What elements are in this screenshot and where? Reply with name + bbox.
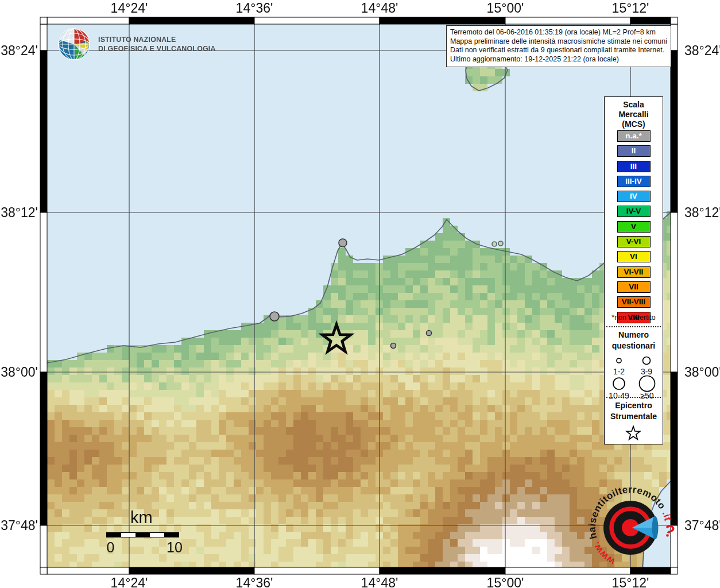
axis-label-top: 14°24' — [103, 1, 155, 16]
ingv-name-line2: DI GEOFISICA E VULCANOLOGIA — [98, 44, 216, 54]
axis-label-right: 38°24' — [684, 43, 720, 58]
questionnaire-size-label: 10-49 — [609, 391, 629, 400]
map-frame-segment — [47, 17, 129, 24]
mcs-chip-III: III — [617, 161, 651, 172]
questionnaire-size-label: ≥50 — [640, 391, 653, 400]
axis-label-left: 37°48' — [0, 518, 38, 533]
legend-title-line1: Scala — [605, 100, 663, 110]
axis-label-bottom: 14°36' — [229, 575, 280, 588]
map-frame-segment — [40, 24, 47, 51]
axis-label-top: 14°48' — [354, 1, 405, 16]
scale-unit-label: km — [130, 508, 153, 527]
logo-question-mark: ? — [661, 520, 678, 541]
mcs-chip-V-VI: V-VI — [617, 236, 651, 247]
info-line-map-type: Mappa preliminare delle intensità macros… — [450, 37, 667, 47]
ingv-globe-icon — [57, 26, 91, 62]
scale-segment — [121, 533, 136, 537]
map-frame-segment — [40, 567, 47, 574]
scale-start-label: 0 — [103, 539, 118, 556]
map-frame-segment — [630, 17, 671, 24]
mcs-chip-list: n.a.*IIIIIIII-IVIVIV-VVV-VIVIVI-VIIVIIVI… — [605, 130, 663, 323]
axis-label-top: 14°36' — [229, 1, 280, 16]
axis-label-right: 37°48' — [684, 518, 720, 533]
questionnaire-size-label: 3-9 — [641, 367, 652, 376]
map-frame-segment — [40, 525, 47, 567]
questionnaire-size-circle — [613, 378, 625, 389]
map-frame-segment — [129, 17, 254, 24]
map-frame-segment — [671, 17, 678, 24]
map-frame-segment — [129, 567, 254, 574]
legend-title: Scala Mercalli (MCS) — [605, 100, 663, 129]
earthquake-info-box: Terremoto del 06-06-2016 01:35:19 (ora l… — [446, 25, 671, 67]
map-frame-segment — [40, 17, 47, 24]
map-frame-segment — [40, 372, 47, 525]
terrain-map — [47, 24, 671, 567]
haisentitoilterremoto-logo: ? www. haisentitoilterremoto .it — [582, 481, 679, 574]
map-frame-segment — [254, 17, 380, 24]
epicenter-star-key — [605, 423, 663, 443]
axis-label-bottom: 14°24' — [103, 575, 155, 588]
map-frame-segment — [47, 567, 129, 574]
intensity-map-page: ISTITUTO NAZIONALE DI GEOFISICA E VULCAN… — [0, 0, 720, 588]
legend-title-line3: (MCS) — [605, 119, 663, 129]
map-frame-segment — [380, 17, 505, 24]
map-frame-segment — [40, 212, 47, 372]
legend-divider-2 — [606, 397, 661, 398]
ingv-name: ISTITUTO NAZIONALE DI GEOFISICA E VULCAN… — [98, 35, 216, 54]
questionnaire-title-line1: Numero — [605, 330, 663, 341]
map-frame-segment — [254, 567, 380, 574]
mcs-chip-III-IV: III-IV — [617, 176, 651, 187]
legend-title-line2: Mercalli — [605, 110, 663, 119]
map-frame-segment — [505, 17, 630, 24]
questionnaire-size-circle — [640, 376, 655, 392]
scale-segment — [107, 533, 121, 537]
mcs-chip-VI: VI — [617, 251, 651, 262]
info-line-data-source: Dati non verificati estratti da 9 questi… — [450, 46, 667, 55]
scale-segment — [164, 533, 179, 537]
mcs-chip-II: II — [617, 145, 651, 157]
scale-segment — [136, 533, 150, 537]
axis-label-right: 38°00' — [684, 365, 720, 380]
axis-label-bottom: 15°00' — [479, 575, 531, 588]
questionnaire-size-label: 1-2 — [613, 367, 625, 376]
axis-label-bottom: 14°48' — [354, 575, 405, 588]
epicenter-section-title: Epicentro Strumentale — [605, 400, 663, 422]
legend-divider-1 — [606, 326, 661, 327]
mcs-chip-V: V — [617, 221, 651, 233]
epicenter-title-line2: Strumentale — [605, 411, 663, 422]
mcs-chip-IV: IV — [617, 191, 651, 202]
scale-segment — [150, 533, 164, 537]
scale-end-label: 10 — [165, 539, 184, 556]
logo-megaphone-cap — [652, 516, 659, 539]
legend-panel: Scala Mercalli (MCS) n.a.*IIIIIIII-IVIVI… — [604, 96, 663, 444]
questionnaire-title-line2: questionari — [605, 341, 663, 351]
questionnaire-size-key: 1-23-910-49≥50 — [605, 353, 663, 401]
axis-label-left: 38°24' — [0, 43, 38, 58]
mcs-chip-VII: VII — [617, 281, 651, 293]
epicenter-star-icon — [626, 427, 640, 440]
map-frame-segment — [40, 51, 47, 212]
questionnaire-size-circle — [617, 358, 621, 363]
logo-url-tld: .it — [660, 509, 673, 522]
ingv-name-line1: ISTITUTO NAZIONALE — [98, 35, 216, 45]
questionnaire-size-circle — [643, 357, 651, 365]
info-line-event: Terremoto del 06-06-2016 01:35:19 (ora l… — [450, 28, 667, 37]
scale-bar-segments — [106, 532, 179, 537]
map-frame-segment — [380, 567, 505, 574]
map-scale-bar: km 0 10 — [103, 508, 184, 560]
ingv-logo: ISTITUTO NAZIONALE DI GEOFISICA E VULCAN… — [57, 26, 226, 62]
axis-label-right: 38°12' — [684, 205, 720, 220]
info-line-updated: Ultimo aggiornamento: 19-12-2025 21:22 (… — [450, 55, 667, 64]
axis-label-top: 15°00' — [479, 1, 531, 16]
legend-footnote: *non avvertito — [605, 314, 663, 322]
axis-label-left: 38°00' — [0, 365, 38, 380]
axis-label-top: 15°12' — [605, 1, 656, 16]
mcs-chip-n.a.*: n.a.* — [617, 130, 651, 142]
map-frame-segment — [671, 212, 678, 372]
map-frame-segment — [671, 51, 678, 212]
mcs-chip-VII-VIII: VII-VIII — [617, 296, 651, 308]
epicenter-title-line1: Epicentro — [605, 400, 663, 411]
map-frame-segment — [671, 24, 678, 51]
axis-label-bottom: 15°12' — [605, 575, 656, 588]
questionnaire-section-title: Numero questionari — [605, 330, 663, 351]
